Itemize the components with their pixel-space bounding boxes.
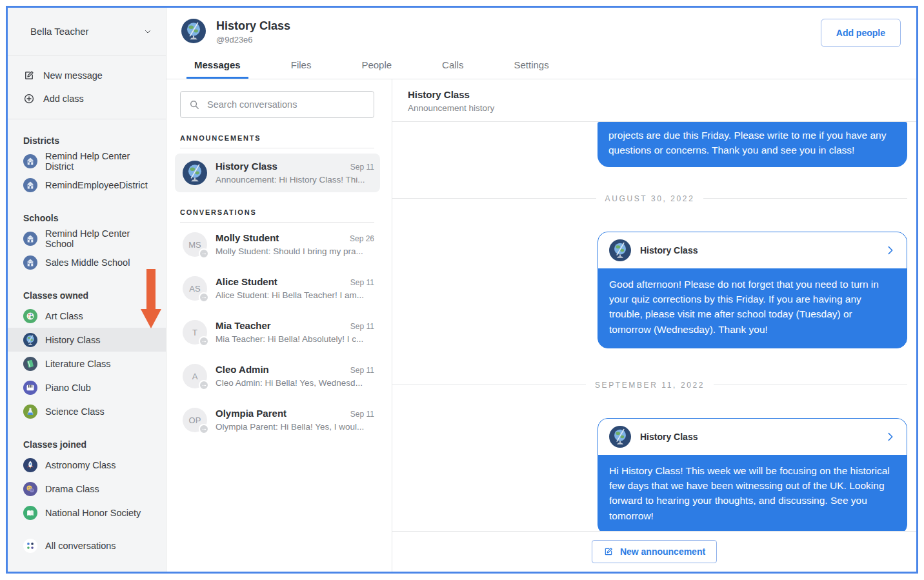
sidebar-item-label: Sales Middle School — [45, 257, 130, 268]
sidebar-item-label: Art Class — [45, 311, 83, 321]
globe-icon — [23, 333, 37, 347]
classes-joined-section: Classes joined Astronomy Class Drama Cla… — [8, 436, 166, 525]
announcement-card-header[interactable]: History Class — [598, 419, 907, 455]
conversation-preview: Cleo Admin: Hi Bella! Yes, Wednesd... — [216, 378, 374, 388]
sidebar-item-school[interactable]: Remind Help Center School — [8, 226, 166, 250]
announcement-sender: History Class — [640, 245, 876, 255]
sidebar-item-label: RemindEmployeeDistrict — [45, 180, 148, 190]
flask-icon — [23, 405, 37, 419]
avatar-initials: T — [192, 328, 197, 337]
sidebar-item-label: Science Class — [45, 406, 105, 417]
sidebar-item-school[interactable]: Sales Middle School — [8, 250, 166, 274]
avatar-initials: OP — [189, 415, 201, 425]
main-panel: History Class @9d23e6 Add people Message… — [166, 8, 916, 572]
avatar-initials: MS — [188, 240, 201, 250]
new-message-button[interactable]: New message — [8, 64, 166, 87]
sidebar-item-district[interactable]: Remind Help Center District — [8, 149, 166, 173]
globe-icon — [609, 239, 631, 261]
district-building-icon — [23, 154, 37, 168]
tab-settings[interactable]: Settings — [506, 55, 556, 79]
sidebar-item-drama-class[interactable]: Drama Class — [8, 477, 166, 501]
add-class-button[interactable]: Add class — [8, 87, 166, 110]
conversation-list-item[interactable]: T Mia Teacher Sep 11 Mia Teacher: Hi Bel… — [180, 310, 374, 354]
compose-icon — [23, 70, 35, 81]
class-header: History Class @9d23e6 Add people Message… — [166, 8, 916, 79]
app-window: Bella Teacher New message Add class Dist… — [6, 6, 918, 574]
tab-calls[interactable]: Calls — [434, 55, 471, 79]
conversation-list-item[interactable]: A Cleo Admin Sep 11 Cleo Admin: Hi Bella… — [180, 354, 374, 398]
sidebar-item-art-class[interactable]: Art Class — [8, 304, 166, 328]
district-building-icon — [23, 178, 37, 192]
dots-grid-icon — [23, 539, 37, 553]
announcement-card-header[interactable]: History Class — [598, 232, 907, 268]
sidebar-item-literature-class[interactable]: Literature Class — [8, 352, 166, 375]
ellipsis-badge-icon — [199, 424, 209, 434]
tab-people[interactable]: People — [354, 55, 399, 79]
conversation-name: Alice Student — [216, 276, 350, 287]
sidebar-item-district[interactable]: RemindEmployeeDistrict — [8, 173, 166, 197]
districts-heading: Districts — [8, 132, 166, 149]
tab-messages[interactable]: Messages — [186, 55, 248, 79]
announcement-name: History Class — [216, 161, 350, 172]
conversation-preview: Olympia Parent: Hi Bella! Yes, I woul... — [216, 422, 374, 432]
announcement-sender: History Class — [640, 432, 876, 442]
avatar: OP — [183, 408, 207, 432]
ellipsis-badge-icon — [199, 248, 209, 259]
conversation-list-item[interactable]: OP Olympia Parent Sep 11 Olympia Parent:… — [180, 398, 374, 442]
class-avatar-globe-icon — [181, 19, 206, 43]
announcement-card[interactable]: History Class Good afternoon! Please do … — [598, 232, 907, 348]
avatar: A — [183, 364, 207, 388]
sidebar-item-label: National Honor Society — [45, 508, 141, 518]
drama-masks-icon — [23, 482, 37, 496]
account-switcher[interactable]: Bella Teacher — [8, 8, 166, 55]
tab-files[interactable]: Files — [283, 55, 319, 79]
class-tabs: Messages Files People Calls Settings — [181, 55, 901, 79]
sidebar-item-label: Literature Class — [45, 359, 111, 369]
search-input[interactable] — [207, 99, 365, 110]
school-building-icon — [23, 255, 37, 270]
message-history[interactable]: projects are due this Friday. Please wri… — [392, 122, 916, 531]
search-box — [180, 91, 374, 118]
sidebar-actions: New message Add class — [8, 55, 166, 119]
conversation-preview: Molly Student: Should I bring my pra... — [216, 246, 374, 256]
date-divider: AUGUST 30, 2022 — [392, 194, 907, 203]
sidebar-item-label: History Class — [45, 335, 100, 345]
avatar: T — [183, 320, 207, 345]
announcement-list-item[interactable]: History Class Sep 11 Announcement: Hi Hi… — [175, 154, 380, 192]
sidebar-item-piano-club[interactable]: Piano Club — [8, 375, 166, 399]
class-handle: @9d23e6 — [216, 35, 810, 45]
message-bubble: projects are due this Friday. Please wri… — [598, 122, 907, 167]
sidebar-item-label: Piano Club — [45, 383, 91, 393]
chevron-down-icon — [144, 28, 152, 35]
sidebar-footer: All conversations — [8, 534, 166, 572]
palette-icon — [23, 309, 37, 323]
announcement-text: Hi History Class! This week we will be f… — [598, 455, 907, 531]
conversation-list-item[interactable]: AS Alice Student Sep 11 Alice Student: H… — [180, 266, 374, 310]
sidebar-item-national-honor-society[interactable]: National Honor Society — [8, 501, 166, 525]
conversation-list-item[interactable]: MS Molly Student Sep 26 Molly Student: S… — [180, 223, 374, 266]
schools-section: Schools Remind Help Center School Sales … — [8, 210, 166, 274]
sidebar-item-science-class[interactable]: Science Class — [8, 399, 166, 423]
announcement-card[interactable]: History Class Hi History Class! This wee… — [598, 418, 907, 531]
all-conversations-button[interactable]: All conversations — [8, 534, 166, 557]
page-title: History Class — [216, 19, 810, 33]
conversation-date: Sep 11 — [350, 278, 374, 287]
districts-section: Districts Remind Help Center District Re… — [8, 132, 166, 197]
sidebar-item-astronomy-class[interactable]: Astronomy Class — [8, 453, 166, 477]
thread-subtitle: Announcement history — [408, 103, 901, 113]
chevron-right-icon[interactable] — [885, 245, 896, 255]
rocket-icon — [23, 458, 37, 472]
sidebar-item-history-class[interactable]: History Class — [8, 328, 166, 352]
ellipsis-badge-icon — [199, 292, 209, 303]
all-conversations-label: All conversations — [45, 541, 116, 551]
add-people-button[interactable]: Add people — [821, 19, 901, 47]
book-icon — [23, 357, 37, 371]
classes-joined-heading: Classes joined — [8, 436, 166, 453]
school-building-icon — [23, 232, 37, 246]
new-announcement-button[interactable]: New announcement — [592, 540, 717, 563]
chevron-right-icon[interactable] — [885, 432, 896, 442]
sidebar-item-label: Remind Help Center District — [45, 151, 159, 172]
avatar: AS — [183, 276, 207, 301]
thread-title: History Class — [408, 89, 901, 100]
ellipsis-badge-icon — [199, 380, 209, 390]
